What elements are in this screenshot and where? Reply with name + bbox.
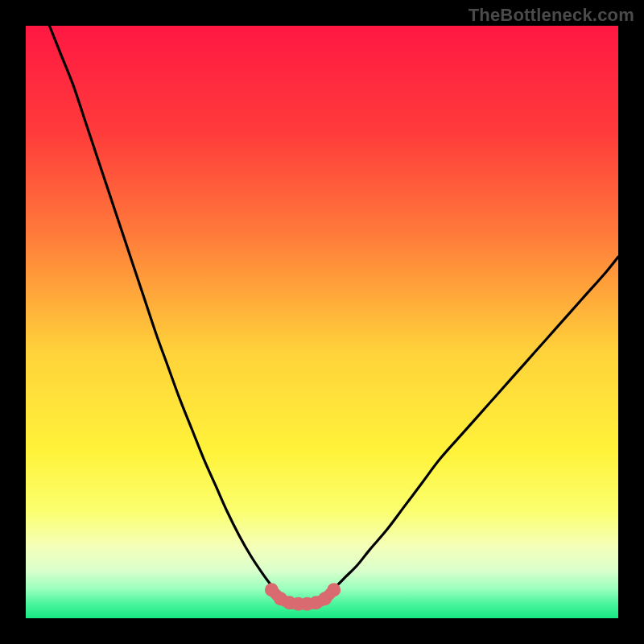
bottleneck-curve-chart [26, 26, 618, 618]
watermark-text: TheBottleneck.com [469, 5, 634, 26]
gradient-background [26, 26, 618, 618]
chart-frame: TheBottleneck.com [0, 0, 644, 644]
floor-highlight-point [327, 583, 341, 597]
plot-area [26, 26, 618, 618]
